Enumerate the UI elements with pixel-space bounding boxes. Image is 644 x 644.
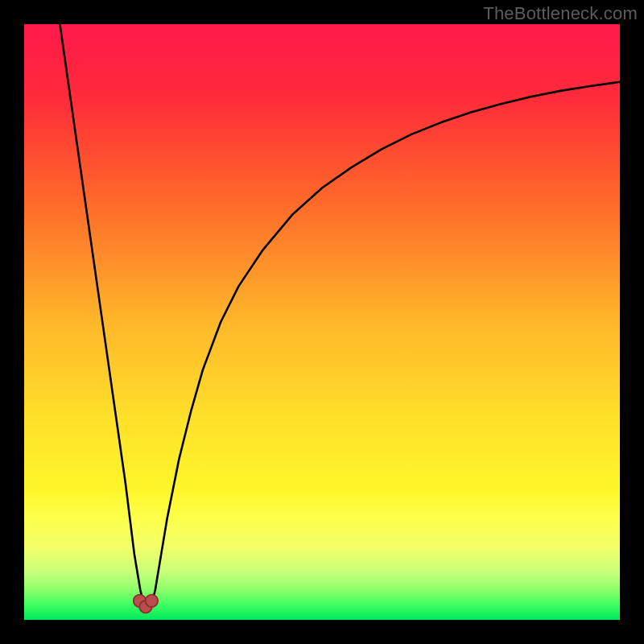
plot-area xyxy=(24,24,620,620)
marker-min-right xyxy=(146,595,159,608)
chart-frame: TheBottleneck.com xyxy=(0,0,644,644)
watermark-text: TheBottleneck.com xyxy=(483,3,638,24)
bottleneck-curve xyxy=(24,24,620,620)
